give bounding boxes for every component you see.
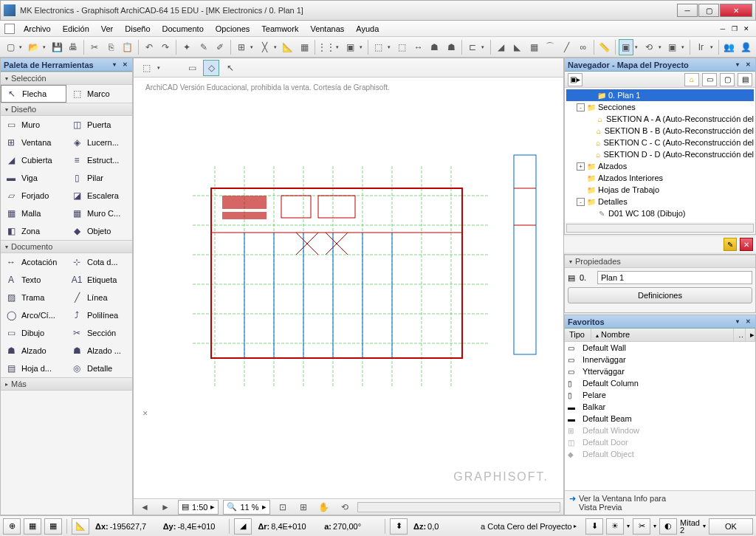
tree-item[interactable]: 📁Hojas de Trabajo (566, 184, 754, 196)
nav-mode-button[interactable]: ▣▸ (568, 73, 583, 86)
tool-cubierta[interactable]: ◢Cubierta (1, 151, 66, 169)
palette-menu-icon[interactable]: ▾ (110, 61, 119, 69)
favorite-item[interactable]: ▭Innerväggar (565, 354, 755, 365)
tool-flecha[interactable]: ↖Flecha (1, 85, 66, 103)
scale-selector[interactable]: ▤1:50▸ (178, 500, 219, 515)
nav-close-icon[interactable]: ✕ (743, 61, 752, 69)
nav-pub-button[interactable]: ▤ (738, 73, 752, 86)
tree-item[interactable]: ⌂SEKTION A - A (Auto-Reconstrucción del (566, 113, 754, 125)
properties-header[interactable]: ▾Propiedades (565, 255, 755, 268)
arc-button[interactable]: ⌒ (543, 39, 557, 55)
menu-ver[interactable]: Ver (95, 23, 120, 35)
print-button[interactable]: 🖶 (66, 39, 80, 55)
favorite-item[interactable]: ▬Default Beam (565, 413, 755, 425)
favorite-item[interactable]: ▭Ytterväggar (565, 365, 755, 377)
tool-lnea[interactable]: ╱Línea (66, 289, 132, 306)
open-button[interactable]: 📂 (27, 39, 41, 55)
mdi-restore[interactable]: ❐ (729, 24, 740, 34)
menu-teamwork[interactable]: Teamwork (255, 23, 304, 35)
tool-muro[interactable]: ▭Muro (1, 116, 66, 134)
guide-button[interactable]: ╳ (257, 39, 272, 55)
view-button[interactable]: ▣ (619, 39, 633, 55)
favorite-item[interactable]: ◫Default Door (565, 436, 755, 448)
syringe-button[interactable]: ✐ (213, 39, 227, 55)
favorite-item[interactable]: ◆Default Object (565, 448, 755, 460)
tool-texto[interactable]: ATexto (1, 271, 66, 289)
tool-ventana[interactable]: ⊞Ventana (1, 134, 66, 151)
menu-opciones[interactable]: Opciones (210, 23, 255, 35)
favorites-list[interactable]: ▭Default Wall▭Innerväggar▭Ytterväggar▯De… (565, 342, 755, 490)
pan-button[interactable]: ✋ (316, 499, 332, 515)
fav-menu-icon[interactable]: ▾ (733, 317, 742, 326)
navigator-tree[interactable]: 📁0. Plan 1-📁Secciones⌂SEKTION A - A (Aut… (565, 88, 755, 222)
favorite-item[interactable]: ⊞Default Window (565, 425, 755, 436)
coord-snap-button[interactable]: ▦ (44, 518, 62, 535)
sun-button[interactable]: ☀ (606, 518, 624, 535)
tool-detalle[interactable]: ◎Detalle (66, 360, 132, 377)
tool-estruct[interactable]: ≡Estruct... (66, 151, 132, 169)
mdi-minimize[interactable]: ─ (718, 24, 728, 34)
nav-hscroll[interactable] (566, 224, 754, 233)
palette-close-icon[interactable]: ✕ (120, 61, 129, 69)
coord-grid-button[interactable]: ▦ (24, 518, 41, 535)
coord-ruler-button[interactable]: 📐 (72, 518, 89, 535)
menu-edición[interactable]: Edición (57, 23, 95, 35)
mdi-close[interactable]: ✕ (741, 24, 752, 34)
elev-button[interactable]: ☗ (427, 39, 442, 55)
dropper-button[interactable]: ✎ (196, 39, 210, 55)
gravity-button[interactable]: ⬇ (585, 518, 603, 535)
tool-pilar[interactable]: ▯Pilar (66, 169, 132, 187)
tree-item[interactable]: ⌂SEKTION B - B (Auto-Reconstrucción del (566, 125, 754, 137)
trace-button[interactable]: ⬚ (394, 39, 409, 55)
tree-item[interactable]: -📁Detalles (566, 196, 754, 207)
redo-button[interactable]: ↷ (158, 39, 173, 55)
marquee-poly-button[interactable]: ◇ (203, 60, 219, 76)
tool-objeto[interactable]: ◆Objeto (66, 222, 132, 240)
undo-button[interactable]: ↶ (142, 39, 157, 55)
text-button[interactable]: Ir (693, 39, 708, 55)
edit-button[interactable]: ✎ (724, 238, 737, 251)
navigator-header[interactable]: Navegador - Mapa del Proyecto ▾✕ (565, 58, 755, 72)
tool-cotad[interactable]: ⊹Cota d... (66, 253, 132, 271)
ruler-button[interactable]: 📐 (281, 39, 295, 55)
favorite-item[interactable]: ▯Pelare (565, 389, 755, 401)
dim-button[interactable]: ↔ (411, 39, 426, 55)
roof-button[interactable]: ◢ (494, 39, 509, 55)
story-button[interactable]: ⊏ (465, 39, 480, 55)
grid-toggle[interactable]: ⋮⋮ (318, 39, 334, 55)
tool-marco[interactable]: ⬚Marco (66, 85, 132, 103)
fit-button[interactable]: ▣ (665, 39, 680, 55)
tree-item[interactable]: -📁Secciones (566, 101, 754, 113)
menu-archivo[interactable]: Archivo (18, 23, 57, 35)
half-icon[interactable]: ◐ (659, 518, 677, 535)
tool-etiqueta[interactable]: A1Etiqueta (66, 271, 132, 289)
snap-button[interactable]: ⊞ (234, 39, 249, 55)
tree-item[interactable]: 📁0. Plan 1 (566, 89, 754, 101)
tool-dibujo[interactable]: ▭Dibujo (1, 324, 66, 342)
tool-zona[interactable]: ◧Zona (1, 222, 66, 240)
new-button[interactable]: ▢ (3, 39, 18, 55)
favorite-item[interactable]: ▬Balkar (565, 401, 755, 413)
tree-item[interactable]: ⌂SEKTION C - C (Auto-Reconstrucción del (566, 137, 754, 148)
minimize-button[interactable]: ─ (677, 4, 698, 17)
palette-header[interactable]: Paleta de Herramientas ▾ ✕ (1, 58, 132, 72)
tool-puerta[interactable]: ◫Puerta (66, 116, 132, 134)
tree-item[interactable]: ✎D01 WC 108 (Dibujo) (566, 207, 754, 219)
tool-alzado[interactable]: ☗Alzado (1, 342, 66, 360)
tool-polilnea[interactable]: ⤴Polilínea (66, 306, 132, 324)
panel-close-button[interactable]: ✕ (740, 238, 753, 251)
zoom-prev-button[interactable]: ⊞ (295, 499, 312, 515)
coord-origin-button[interactable]: ⊕ (3, 518, 21, 535)
layer-button[interactable]: ⬚ (371, 39, 386, 55)
section-diseno[interactable]: ▾Diseño (1, 103, 132, 116)
menu-diseño[interactable]: Diseño (119, 23, 156, 35)
nav-home-button[interactable]: ⌂ (684, 73, 699, 86)
tool-arcoc[interactable]: ◯Arco/Cí... (1, 306, 66, 324)
coord-polar-button[interactable]: ◢ (234, 518, 252, 535)
favorite-item[interactable]: ▯Default Column (565, 377, 755, 389)
tree-item[interactable]: ⌂SEKTION D - D (Auto-Reconstrucción del (566, 148, 754, 160)
wand-button[interactable]: ✦ (179, 39, 194, 55)
copy-button[interactable]: ⎘ (104, 39, 119, 55)
section-seleccion[interactable]: ▾Selección (1, 72, 132, 85)
favorites-header[interactable]: Favoritos ▾✕ (565, 315, 755, 329)
